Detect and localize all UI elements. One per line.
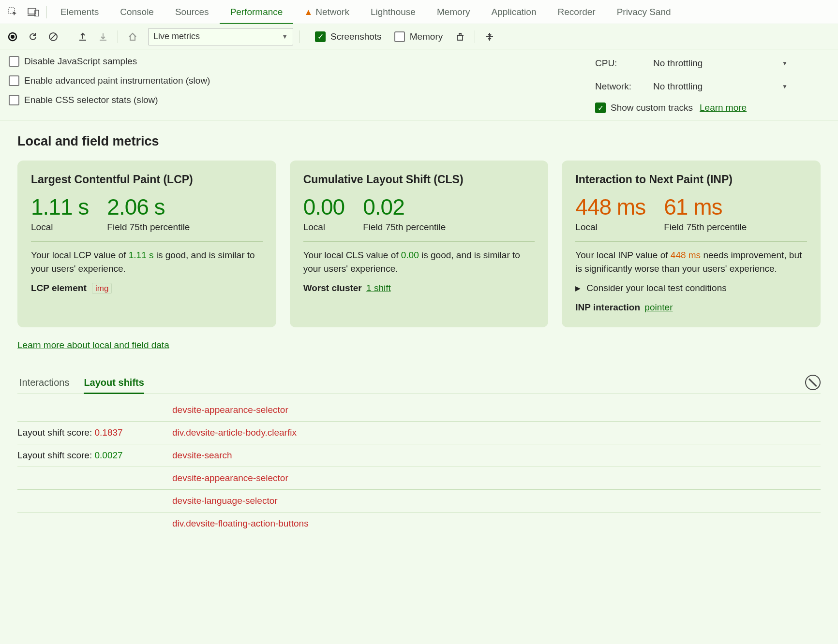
tab-recorder[interactable]: Recorder [547, 0, 606, 24]
log-row[interactable]: Layout shift score: 0.0027 devsite-searc… [17, 444, 821, 467]
separator [118, 30, 118, 43]
disable-js-checkbox[interactable]: Disable JavaScript samples [9, 56, 210, 67]
lcp-field: 2.06 s Field 75th percentile [107, 194, 190, 233]
memory-checkbox[interactable]: Memory [394, 31, 443, 42]
performance-toolbar: Live metrics ▼ ✓ Screenshots Memory [0, 24, 838, 49]
separator [46, 6, 47, 18]
lcp-local: 1.11 s Local [31, 194, 89, 233]
tab-application[interactable]: Application [481, 0, 547, 24]
tab-lighthouse[interactable]: Lighthouse [360, 0, 426, 24]
cpu-throttle-select[interactable]: No throttling ▼ [650, 56, 791, 71]
collapse-icon[interactable] [481, 28, 498, 45]
separator [299, 30, 299, 43]
mode-select-value: Live metrics [153, 31, 200, 42]
separator [68, 30, 68, 43]
checkbox-off-icon [9, 95, 19, 105]
log-subtabs: Interactions Layout shifts [17, 373, 821, 394]
inp-expand[interactable]: ▶ Consider your local test conditions [575, 283, 807, 293]
chevron-down-icon: ▼ [782, 83, 788, 90]
inspect-icon[interactable] [3, 2, 23, 22]
record-icon[interactable] [4, 28, 21, 45]
checkbox-off-icon [9, 75, 19, 86]
css-selector-stats-checkbox[interactable]: Enable CSS selector stats (slow) [9, 95, 210, 105]
checkbox-on-icon: ✓ [315, 31, 326, 42]
tab-sources[interactable]: Sources [165, 0, 220, 24]
chevron-down-icon: ▼ [282, 33, 288, 40]
layout-shift-log: devsite-appearance-selector Layout shift… [17, 399, 821, 535]
network-throttle-row: Network: No throttling ▼ [595, 79, 827, 94]
disclosure-triangle-icon: ▶ [575, 284, 581, 292]
screenshots-checkbox[interactable]: ✓ Screenshots [315, 31, 382, 42]
log-row[interactable]: devsite-appearance-selector [17, 399, 821, 422]
gc-icon[interactable] [451, 28, 469, 45]
mode-select[interactable]: Live metrics ▼ [148, 28, 293, 45]
devtools-tabstrip: Elements Console Sources Performance ▲Ne… [0, 0, 838, 24]
checkbox-off-icon [394, 31, 405, 42]
lcp-element-tag[interactable]: img [92, 283, 112, 294]
warning-icon: ▲ [304, 7, 313, 17]
log-row[interactable]: devsite-appearance-selector [17, 467, 821, 490]
upload-icon[interactable] [74, 28, 91, 45]
cls-worst-cluster: Worst cluster 1 shift [303, 283, 535, 293]
subtab-interactions[interactable]: Interactions [19, 373, 69, 394]
cls-title: Cumulative Layout Shift (CLS) [303, 173, 535, 186]
download-icon[interactable] [94, 28, 112, 45]
home-icon[interactable] [124, 28, 141, 45]
custom-tracks-row: ✓ Show custom tracks Learn more [595, 102, 827, 113]
section-title: Local and field metrics [17, 134, 821, 149]
reload-icon[interactable] [24, 28, 42, 45]
inp-interaction-link[interactable]: pointer [644, 302, 673, 312]
log-row[interactable]: div.devsite-floating-action-buttons [17, 512, 821, 535]
advanced-paint-checkbox[interactable]: Enable advanced paint instrumentation (s… [9, 75, 210, 86]
inp-card: Interaction to Next Paint (INP) 448 ms L… [562, 161, 821, 327]
tab-console[interactable]: Console [109, 0, 165, 24]
checkbox-off-icon [9, 56, 19, 67]
log-row[interactable]: Layout shift score: 0.1837 div.devsite-a… [17, 422, 821, 444]
separator [475, 30, 475, 43]
cls-field: 0.02 Field 75th percentile [363, 194, 446, 233]
inp-field: 61 ms Field 75th percentile [664, 194, 747, 233]
log-row[interactable]: devsite-language-selector [17, 490, 821, 512]
subtab-layout-shifts[interactable]: Layout shifts [84, 373, 144, 394]
clear-log-button[interactable] [805, 375, 821, 390]
device-toggle-icon[interactable] [23, 2, 44, 22]
cls-description: Your local CLS value of 0.00 is good, an… [303, 249, 535, 275]
cls-cluster-link[interactable]: 1 shift [366, 283, 391, 293]
svg-point-4 [11, 35, 15, 39]
lcp-description: Your local LCP value of 1.11 s is good, … [31, 249, 263, 275]
clear-icon[interactable] [45, 28, 62, 45]
learn-more-data-link[interactable]: Learn more about local and field data [17, 340, 169, 351]
show-custom-tracks-checkbox[interactable]: ✓ Show custom tracks [595, 102, 693, 113]
cls-local: 0.00 Local [303, 194, 345, 233]
inp-local: 448 ms Local [575, 194, 645, 233]
tab-elements[interactable]: Elements [50, 0, 109, 24]
lcp-element: LCP element img [31, 283, 263, 293]
lcp-card: Largest Contentful Paint (LCP) 1.11 s Lo… [17, 161, 276, 327]
inp-title: Interaction to Next Paint (INP) [575, 173, 807, 186]
performance-options: Disable JavaScript samples Enable advanc… [0, 49, 838, 120]
live-metrics-panel: Local and field metrics Largest Contentf… [0, 120, 838, 554]
cpu-throttle-row: CPU: No throttling ▼ [595, 56, 827, 71]
metric-cards: Largest Contentful Paint (LCP) 1.11 s Lo… [17, 161, 821, 327]
tab-performance[interactable]: Performance [220, 0, 294, 24]
tab-privacy[interactable]: Privacy Sand [606, 0, 682, 24]
checkbox-on-icon: ✓ [595, 102, 606, 113]
tab-memory[interactable]: Memory [426, 0, 481, 24]
network-throttle-select[interactable]: No throttling ▼ [650, 79, 791, 94]
tab-network[interactable]: ▲Network [293, 0, 360, 24]
learn-more-link[interactable]: Learn more [700, 102, 747, 113]
chevron-down-icon: ▼ [782, 60, 788, 67]
lcp-title: Largest Contentful Paint (LCP) [31, 173, 263, 186]
cls-card: Cumulative Layout Shift (CLS) 0.00 Local… [290, 161, 549, 327]
inp-interaction: INP interaction pointer [575, 302, 807, 313]
inp-description: Your local INP value of 448 ms needs imp… [575, 249, 807, 275]
